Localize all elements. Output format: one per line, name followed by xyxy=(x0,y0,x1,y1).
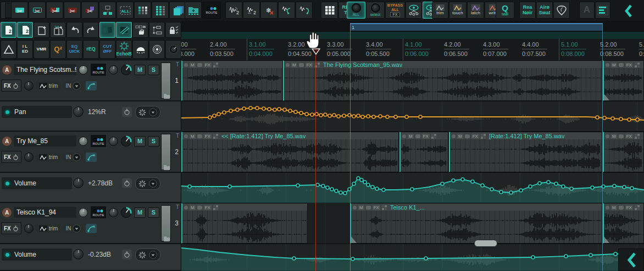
solo-button[interactable]: S xyxy=(148,65,159,75)
bounce-in-place-right[interactable] xyxy=(296,2,313,19)
width-knob[interactable] xyxy=(109,65,118,75)
collapse-toolbar-button[interactable] xyxy=(619,2,637,20)
media-item[interactable]: MFX xyxy=(181,203,308,244)
item-volume-knob[interactable] xyxy=(184,63,188,67)
media-item[interactable]: MFX xyxy=(603,60,644,101)
envelope-select-knob[interactable]: select xyxy=(366,2,385,19)
item-properties-icon[interactable] xyxy=(213,63,218,67)
media-item-shapes[interactable] xyxy=(99,22,115,38)
trim-envelope-button[interactable]: trim xyxy=(36,153,61,161)
item-fx-button[interactable]: FX xyxy=(625,63,633,67)
envelope-settings-combo[interactable] xyxy=(135,106,160,118)
item-volume-knob[interactable] xyxy=(184,134,188,138)
item-notes-icon[interactable] xyxy=(299,63,304,67)
tcp-arrange-divider[interactable] xyxy=(181,60,181,271)
item-properties-icon[interactable] xyxy=(382,205,387,210)
item-fx-button[interactable]: FX xyxy=(625,134,633,139)
input-button[interactable]: IN xyxy=(63,153,83,162)
item-properties-icon[interactable] xyxy=(481,134,486,139)
region-bar[interactable]: 1 xyxy=(350,23,602,31)
fx-param-knob[interactable] xyxy=(24,153,34,162)
item-mute-button[interactable]: M xyxy=(291,63,297,67)
item-fx-button[interactable]: FX xyxy=(204,63,212,67)
recarm-knob[interactable] xyxy=(79,65,88,75)
envelope-value-knob[interactable] xyxy=(73,178,84,188)
envelope-lane-1[interactable] xyxy=(181,173,644,203)
item-notes-icon[interactable] xyxy=(465,134,470,138)
envelope-bypass-button[interactable] xyxy=(122,107,132,117)
track-name[interactable]: The Flying Scotsm..95 xyxy=(14,64,76,75)
plugin-eq-uick[interactable]: EQ UICK xyxy=(66,40,82,59)
item-properties-icon[interactable] xyxy=(635,134,640,139)
track-name[interactable]: Teisco K1_94 xyxy=(14,207,76,218)
trim-envelope-button[interactable]: trim xyxy=(36,224,61,233)
folder-icon[interactable] xyxy=(164,166,170,170)
track-lane-2[interactable]: MFX<< [Rate:1.412] Try Me_85.wavMFXMFX[R… xyxy=(181,132,644,173)
automation-item-button[interactable]: A xyxy=(86,153,97,162)
theme-rea-noir[interactable]: Rea Nøir xyxy=(519,2,536,19)
item-fx-button[interactable]: FX xyxy=(373,205,380,210)
plugin-cutoff[interactable]: CUT ØFF xyxy=(99,40,115,59)
item-mute-button[interactable]: M xyxy=(408,134,414,139)
item-properties-icon[interactable] xyxy=(213,134,218,139)
pan-knob[interactable] xyxy=(120,64,132,76)
track-name[interactable]: Try Me_85 xyxy=(14,136,76,146)
time-selection-strip[interactable] xyxy=(181,32,644,39)
apply-fx-take-mono[interactable]: 2 xyxy=(243,2,260,19)
track-lane-4[interactable]: MFXMFXTeisco K1_...MFX xyxy=(181,203,644,244)
split-item-tool[interactable]: ✂ xyxy=(11,2,28,19)
mute-button[interactable]: M xyxy=(134,207,146,218)
track-recarm-badge[interactable]: A xyxy=(2,137,12,146)
routing-diagram[interactable] xyxy=(149,22,165,38)
item-volume-knob[interactable] xyxy=(402,134,406,138)
folder-icon[interactable] xyxy=(164,238,170,241)
redo-button[interactable] xyxy=(83,22,99,38)
take-display-2[interactable]: v2 xyxy=(17,22,33,38)
item-volume-knob[interactable] xyxy=(286,63,290,67)
item-properties-icon[interactable] xyxy=(635,205,640,210)
routing-button[interactable]: ROUTE xyxy=(202,2,221,19)
timeline-ruler[interactable]: 2.3.000:03.0002.4.000:03.5003.1.000:04.0… xyxy=(181,39,644,61)
item-notes-icon[interactable] xyxy=(619,206,624,210)
recarm-knob[interactable] xyxy=(79,208,88,217)
mute-button[interactable]: M xyxy=(134,136,146,146)
plugin-req[interactable]: rEQ xyxy=(83,40,99,59)
envelope-name-pill[interactable]: Volume xyxy=(2,249,72,261)
item-notes-icon[interactable] xyxy=(619,63,624,67)
undo-button[interactable] xyxy=(66,22,82,38)
plugin-q2[interactable]: Q² xyxy=(50,40,66,59)
razor-edit-tool[interactable]: ✂ xyxy=(81,2,98,19)
automation-latch[interactable]: latch xyxy=(467,2,484,19)
route-button[interactable]: ROUTE xyxy=(90,206,107,219)
envelope-bypass-button[interactable] xyxy=(122,250,132,259)
track-folder-add[interactable] xyxy=(185,2,202,19)
arrange-view[interactable]: MFXMFXThe Flying Scotsman_95.wavMFXMFX<<… xyxy=(181,60,644,271)
fx-button[interactable]: FX xyxy=(1,151,21,163)
split-all-tracks[interactable]: ALL xyxy=(116,2,134,19)
new-project[interactable] xyxy=(34,22,49,38)
item-notes-icon[interactable] xyxy=(197,206,202,210)
item-mute-button[interactable]: M xyxy=(190,205,196,210)
envelope-value-knob[interactable] xyxy=(73,249,84,259)
take-display-1[interactable]: 2 xyxy=(1,22,16,38)
unfreeze-track[interactable]: ❄ xyxy=(260,2,277,19)
media-item[interactable]: MFXTeisco K1_... xyxy=(350,203,602,244)
fade-dots[interactable] xyxy=(134,2,151,19)
split-at-nodes[interactable] xyxy=(99,2,116,19)
width-knob[interactable] xyxy=(109,208,118,217)
envelope-lane-2[interactable] xyxy=(181,244,644,271)
item-mute-button[interactable]: M xyxy=(611,63,617,67)
automation-trim[interactable]: trim xyxy=(432,2,448,19)
media-item[interactable]: MFXThe Flying Scotsman_95.wav xyxy=(283,60,602,101)
route-button[interactable]: ROUTE xyxy=(90,63,107,76)
pick-tool[interactable] xyxy=(553,2,570,19)
theme-a-button[interactable]: A xyxy=(579,2,595,19)
item-notes-icon[interactable] xyxy=(619,134,624,138)
fade-in-handle[interactable] xyxy=(604,94,609,100)
item-properties-icon[interactable] xyxy=(213,205,218,210)
solo-button[interactable]: S xyxy=(148,136,159,146)
fade-in-handle[interactable] xyxy=(351,236,357,243)
grid-matrix[interactable] xyxy=(321,2,338,19)
crossfade-grid[interactable] xyxy=(116,22,132,38)
item-mute-button[interactable]: M xyxy=(611,134,617,139)
